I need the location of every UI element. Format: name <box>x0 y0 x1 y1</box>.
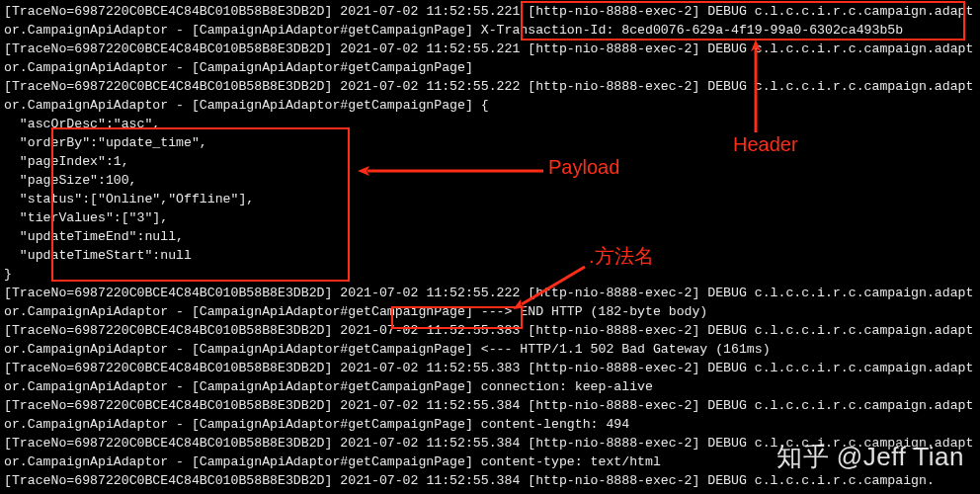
log-line: [TraceNo=6987220C0BCE4C84BC010B58B8E3DB2… <box>4 286 973 319</box>
payload-line: "orderBy":"update_time", <box>4 135 207 150</box>
payload-line: "updateTimeEnd":null, <box>4 229 184 244</box>
log-line: [TraceNo=6987220C0BCE4C84BC010B58B8E3DB2… <box>4 473 935 488</box>
payload-line: } <box>4 267 12 282</box>
log-line: [TraceNo=6987220C0BCE4C84BC010B58B8E3DB2… <box>4 323 973 357</box>
log-line: [TraceNo=6987220C0BCE4C84BC010B58B8E3DB2… <box>4 41 973 75</box>
payload-line: "ascOrDesc":"asc", <box>4 117 160 131</box>
log-line: [TraceNo=6987220C0BCE4C84BC010B58B8E3DB2… <box>4 79 973 113</box>
log-line: [TraceNo=6987220C0BCE4C84BC010B58B8E3DB2… <box>4 361 973 394</box>
log-line: [TraceNo=6987220C0BCE4C84BC010B58B8E3DB2… <box>4 398 973 432</box>
log-line: [TraceNo=6987220C0BCE4C84BC010B58B8E3DB2… <box>4 436 973 469</box>
payload-line: "updateTimeStart":null <box>4 248 192 263</box>
log-line: [TraceNo=6987220C0BCE4C84BC010B58B8E3DB2… <box>4 4 973 38</box>
payload-line: "pageSize":100, <box>4 173 137 188</box>
payload-line: "pageIndex":1, <box>4 154 129 169</box>
payload-line: "tierValues":["3"], <box>4 210 168 225</box>
terminal: [TraceNo=6987220C0BCE4C84BC010B58B8E3DB2… <box>0 0 980 494</box>
payload-line: "status":["Online","Offline"], <box>4 192 254 206</box>
